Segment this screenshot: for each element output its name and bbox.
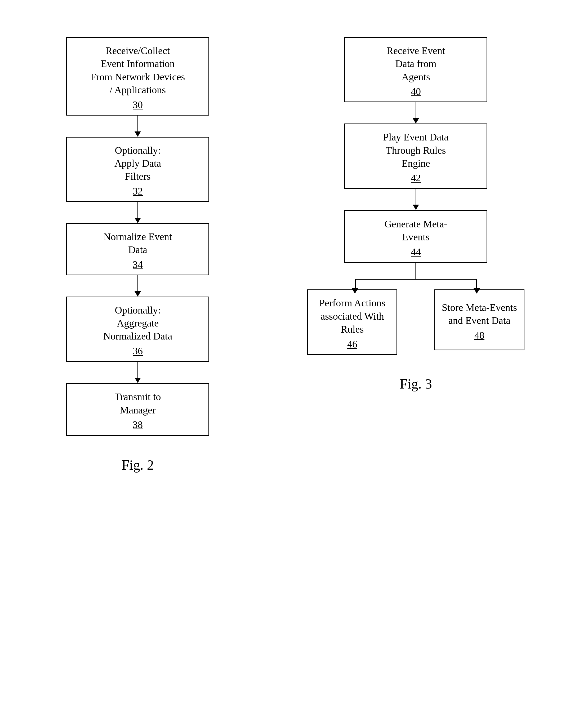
box-42-text: Play Event DataThrough RulesEngine [383, 130, 449, 170]
box-30-number: 30 [133, 99, 143, 111]
box-46-text: Perform Actionsassociated WithRules [319, 297, 385, 336]
left-arrow-head [352, 288, 358, 294]
box-46: Perform Actionsassociated WithRules 46 [307, 289, 397, 355]
left-vline-connector [355, 279, 356, 289]
fig2-flowchart: Receive/CollectEvent InformationFrom Net… [58, 37, 217, 436]
fig3-flowchart: Receive EventData fromAgents 40 Play Eve… [302, 37, 530, 355]
box-32: Optionally:Apply DataFilters 32 [66, 137, 209, 202]
page: Receive/CollectEvent InformationFrom Net… [0, 0, 588, 723]
box-34-number: 34 [133, 259, 143, 270]
arrow-head [134, 378, 141, 383]
box-36-number: 36 [133, 345, 143, 357]
right-arrow-head [474, 288, 480, 294]
arrow-36-38 [134, 362, 141, 383]
branch-connector [302, 263, 530, 289]
arrow-head [134, 132, 141, 137]
box-32-text: Optionally:Apply DataFilters [114, 144, 161, 183]
diagrams-container: Receive/CollectEvent InformationFrom Net… [16, 21, 572, 473]
arrow-40-42 [413, 102, 419, 123]
box-48-number: 48 [475, 329, 484, 341]
center-vline [416, 263, 416, 279]
box-36-text: Optionally:AggregateNormalized Data [103, 304, 172, 343]
right-vline-connector [476, 279, 477, 289]
fig3-label: Fig. 3 [400, 376, 432, 392]
box-38-text: Transmit toManager [115, 390, 161, 417]
box-48-text: Store Meta-Eventsand Event Data [442, 301, 517, 327]
box-42-number: 42 [411, 172, 421, 184]
arrow-line [416, 189, 416, 205]
branch-48: Store Meta-Eventsand Event Data 48 [429, 289, 530, 350]
arrow-30-32 [134, 116, 141, 137]
arrow-32-34 [134, 202, 141, 223]
arrow-42-44 [413, 189, 419, 210]
box-48: Store Meta-Eventsand Event Data 48 [434, 289, 524, 350]
arrow-line [138, 362, 138, 378]
arrow-line [138, 116, 138, 132]
arrow-head [134, 291, 141, 297]
box-32-number: 32 [133, 185, 143, 197]
box-42: Play Event DataThrough RulesEngine 42 [344, 123, 487, 189]
box-44: Generate Meta-Events 44 [344, 210, 487, 263]
arrow-head [413, 205, 419, 210]
box-38: Transmit toManager 38 [66, 383, 209, 436]
arrow-line [138, 275, 138, 291]
fig2-label: Fig. 2 [122, 457, 154, 473]
arrow-line [138, 202, 138, 218]
box-34-text: Normalize EventData [104, 230, 172, 257]
box-30: Receive/CollectEvent InformationFrom Net… [66, 37, 209, 116]
branch-46: Perform Actionsassociated WithRules 46 [302, 289, 403, 355]
box-30-text: Receive/CollectEvent InformationFrom Net… [90, 44, 185, 97]
box-46-number: 46 [347, 338, 357, 350]
branches: Perform Actionsassociated WithRules 46 S… [302, 289, 530, 355]
box-34: Normalize EventData 34 [66, 223, 209, 275]
box-44-text: Generate Meta-Events [384, 218, 447, 244]
arrow-head [134, 218, 141, 223]
box-36: Optionally:AggregateNormalized Data 36 [66, 297, 209, 362]
fig2-section: Receive/CollectEvent InformationFrom Net… [58, 37, 217, 473]
arrow-line [416, 102, 416, 118]
arrow-34-36 [134, 275, 141, 297]
fig3-section: Receive EventData fromAgents 40 Play Eve… [302, 37, 530, 392]
box-44-number: 44 [411, 246, 421, 258]
box-40: Receive EventData fromAgents 40 [344, 37, 487, 102]
arrow-head [413, 118, 419, 123]
box-38-number: 38 [133, 419, 143, 430]
box-40-number: 40 [411, 86, 421, 97]
h-connector [355, 279, 477, 280]
box-40-text: Receive EventData fromAgents [387, 44, 445, 83]
